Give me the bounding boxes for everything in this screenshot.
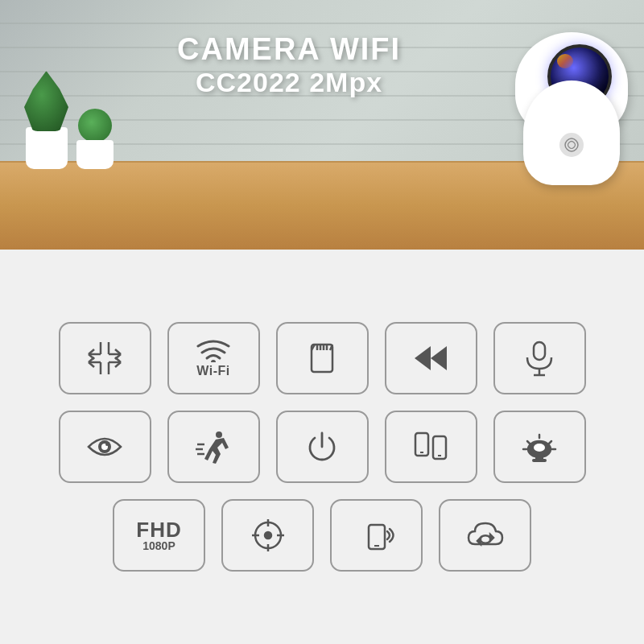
- alarm-icon-box[interactable]: [493, 411, 586, 483]
- icon-row-1: Wi-Fi: [59, 322, 586, 394]
- svg-point-49: [534, 444, 545, 452]
- svg-rect-17: [312, 345, 332, 372]
- camera-logo: [559, 133, 584, 157]
- fhd-icon-box[interactable]: FHD 1080P: [113, 499, 205, 572]
- icon-row-2: [59, 411, 586, 483]
- camera-body: [523, 80, 620, 185]
- svg-point-16: [211, 360, 216, 362]
- svg-rect-26: [534, 342, 545, 360]
- plants-decoration: [24, 71, 114, 169]
- tall-plant: [24, 71, 68, 169]
- crosshair-icon-box[interactable]: [221, 499, 314, 572]
- title-line1: CAMERA WIFI: [177, 32, 401, 67]
- compress-icon-box[interactable]: [59, 322, 151, 394]
- svg-line-46: [549, 441, 551, 444]
- svg-point-31: [105, 443, 109, 446]
- resolution-label: 1080P: [142, 540, 175, 551]
- power-icon-box[interactable]: [276, 411, 369, 483]
- svg-rect-43: [532, 459, 547, 462]
- camera-device: [499, 32, 628, 185]
- icon-row-3: FHD 1080P: [113, 499, 531, 572]
- fhd-label: FHD: [136, 519, 181, 540]
- wifi-content: Wi-Fi: [194, 338, 233, 378]
- eye-icon-box[interactable]: [59, 411, 151, 483]
- wifi-label: Wi-Fi: [196, 364, 229, 378]
- fhd-content: FHD 1080P: [136, 519, 181, 551]
- small-plant: [76, 109, 114, 169]
- hero-section: CAMERA WIFI CC2022 2Mpx: [0, 0, 644, 250]
- features-section: Wi-Fi: [0, 250, 644, 644]
- svg-marker-25: [431, 346, 447, 370]
- phone-signal-icon-box[interactable]: [330, 499, 423, 572]
- microphone-icon-box[interactable]: [493, 322, 586, 394]
- sdcard-icon-box[interactable]: [276, 322, 369, 394]
- title-line2: CC2022 2Mpx: [177, 67, 401, 98]
- wifi-icon-box[interactable]: Wi-Fi: [167, 322, 260, 394]
- cloud-icon-box[interactable]: [439, 499, 531, 572]
- rewind-icon-box[interactable]: [385, 322, 477, 394]
- motion-icon-box[interactable]: [167, 411, 260, 483]
- svg-point-55: [265, 532, 271, 539]
- product-title: CAMERA WIFI CC2022 2Mpx: [177, 32, 401, 98]
- svg-point-32: [216, 431, 222, 438]
- svg-line-45: [527, 441, 530, 444]
- svg-marker-24: [415, 346, 431, 370]
- smartphone-icon-box[interactable]: [385, 411, 477, 483]
- svg-marker-58: [490, 535, 493, 541]
